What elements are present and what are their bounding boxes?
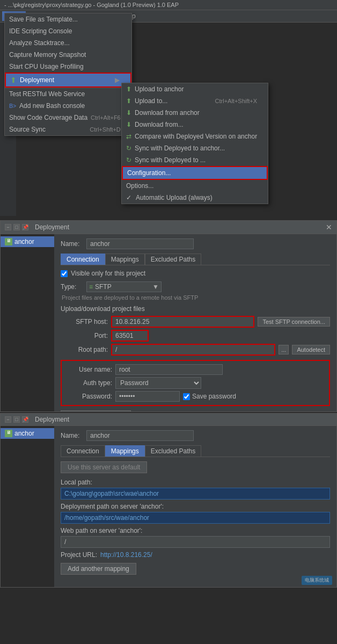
dialog-2-tab-excluded[interactable]: Excluded Paths	[145, 445, 201, 457]
compare-icon: ⇄	[126, 133, 131, 140]
type-value: SFTP	[95, 283, 152, 291]
name-row: Name:	[61, 238, 330, 249]
dialog-1-header: − □ 📌 Deployment ✕	[1, 221, 336, 234]
tools-dropdown-menu: Save File as Template... IDE Scripting C…	[4, 13, 132, 136]
deployment-dialog-1: − □ 📌 Deployment ✕ 🖥 anchor Name: Connec…	[0, 220, 337, 412]
title-bar-text: - ...\pkg\registry\proxy\strategy.go - G…	[4, 2, 179, 8]
password-row: Password: Save password	[65, 391, 326, 402]
pin-button[interactable]: 📌	[22, 224, 28, 230]
name-input[interactable]	[86, 238, 194, 249]
auth-type-select[interactable]: Password Key pair	[115, 377, 201, 389]
save-password-checkbox[interactable]	[183, 393, 190, 400]
sftp-host-input[interactable]	[111, 316, 254, 328]
mappings-panel: Name: Connection Mappings Excluded Paths…	[54, 426, 336, 587]
test-sftp-button[interactable]: Test SFTP connection...	[258, 317, 330, 327]
sidebar-entry-anchor[interactable]: 🖥 anchor	[1, 236, 54, 247]
download-anchor-icon: ⬇	[126, 109, 131, 117]
type-selector[interactable]: ≡ SFTP ▼	[86, 281, 162, 292]
project-url-link[interactable]: http://10.8.216.25/	[100, 551, 152, 559]
server-icon: 🖥	[5, 238, 12, 245]
deployment-dialog-2: − □ 📌 Deployment 🖥 anchor Name: Connecti…	[0, 413, 337, 588]
menu-item-coverage[interactable]: Show Code Coverage Data Ctrl+Alt+F6	[5, 112, 131, 124]
dialog-2-name-input[interactable]	[86, 430, 194, 441]
port-row: Port:	[61, 330, 330, 342]
add-mapping-button[interactable]: Add another mapping	[61, 563, 136, 575]
tab-excluded-paths[interactable]: Excluded Paths	[145, 254, 201, 265]
submenu-auto-upload[interactable]: ✓ Automatic Upload (always)	[122, 192, 268, 204]
menu-item-memory[interactable]: Capture Memory Snapshot	[5, 49, 131, 61]
auth-type-row: Auth type: Password Key pair	[65, 377, 326, 389]
port-input[interactable]	[111, 330, 149, 342]
menu-item-analyze[interactable]: Analyze Stacktrace...	[5, 37, 131, 49]
sftp-host-row: SFTP host: Test SFTP connection...	[61, 316, 330, 328]
username-input[interactable]	[115, 364, 223, 375]
project-url-row: Project URL: http://10.8.216.25/	[61, 551, 330, 559]
root-path-input[interactable]	[111, 344, 275, 356]
dots-button[interactable]: ...	[279, 345, 289, 354]
minimize-button[interactable]: −	[5, 224, 11, 230]
submenu-compare[interactable]: ⇄ Compare with Deployed Version on ancho…	[122, 131, 268, 142]
project-url-label: Project URL:	[61, 551, 97, 559]
sftp-icon: ≡	[89, 283, 93, 291]
menu-item-source-sync[interactable]: Source Sync Ctrl+Shft+D	[5, 124, 131, 135]
dialog-2-minimize-button[interactable]: −	[5, 416, 11, 423]
sync-anchor-icon: ↻	[126, 144, 131, 152]
dialog-2-body: 🖥 anchor Name: Connection Mappings Exclu…	[1, 426, 336, 587]
auth-section: User name: Auth type: Password Key pair …	[61, 360, 330, 406]
menu-item-coverage-label: Show Code Coverage Data	[9, 114, 87, 121]
web-path-input[interactable]	[61, 536, 330, 548]
dialog-2-sidebar-label: anchor	[14, 430, 34, 437]
tab-connection[interactable]: Connection	[61, 254, 105, 265]
submenu-configuration[interactable]: Configuration...	[122, 166, 268, 180]
root-path-label: Root path:	[61, 346, 108, 353]
deployment-submenu: ⬆ Upload to anchor ⬆ Upload to... Ctrl+A…	[121, 83, 268, 204]
submenu-upload-to[interactable]: ⬆ Upload to... Ctrl+Alt+Shift+X	[122, 95, 268, 107]
dialog-2-tab-connection[interactable]: Connection	[61, 445, 105, 457]
web-path-label: Web path on server 'anchor':	[61, 527, 330, 534]
visible-only-label: Visible only for this project	[71, 270, 145, 277]
deploy-path-input[interactable]	[61, 512, 330, 524]
title-bar: - ...\pkg\registry\proxy\strategy.go - G…	[0, 0, 337, 10]
submenu-download-from[interactable]: ⬇ Download from...	[122, 119, 268, 131]
submenu-download-anchor[interactable]: ⬇ Download from anchor	[122, 107, 268, 119]
local-path-section: Local path:	[61, 479, 330, 500]
menu-item-bash-label: Add new Bash console	[19, 102, 85, 110]
web-path-section: Web path on server 'anchor':	[61, 527, 330, 548]
visible-only-checkbox[interactable]	[61, 270, 68, 277]
menu-item-cpu[interactable]: Start CPU Usage Profiling	[5, 61, 131, 73]
auto-upload-check: ✓	[126, 194, 131, 201]
submenu-sync-anchor[interactable]: ↻ Sync with Deployed to anchor...	[122, 142, 268, 154]
dialog-2-pin-button[interactable]: 📌	[22, 416, 28, 423]
upload-anchor-icon: ⬆	[126, 85, 131, 93]
save-password-row: Save password	[183, 393, 236, 400]
tab-mappings[interactable]: Mappings	[105, 254, 145, 265]
menu-item-bash[interactable]: B> Add new Bash console	[5, 100, 131, 112]
menu-item-ide-scripting[interactable]: IDE Scripting Console	[5, 25, 131, 37]
watermark-text: 电脑系统城	[305, 577, 329, 583]
source-sync-shortcut: Ctrl+Shft+D	[90, 126, 120, 133]
bash-icon: B>	[9, 103, 16, 109]
dialog-2-maximize-button[interactable]: □	[13, 416, 20, 423]
dialog-2-tab-mappings[interactable]: Mappings	[105, 445, 145, 457]
submenu-options[interactable]: Options...	[122, 180, 268, 192]
submenu-upload-anchor[interactable]: ⬆ Upload to anchor	[122, 83, 268, 95]
type-dropdown-arrow[interactable]: ▼	[152, 283, 159, 291]
submenu-sync-to[interactable]: ↻ Sync with Deployed to ...	[122, 154, 268, 166]
window-controls: − □ 📌	[5, 224, 28, 230]
maximize-button[interactable]: □	[13, 224, 20, 230]
autodetect-button[interactable]: Autodetect	[292, 345, 330, 354]
dialog-1-body: 🖥 anchor Name: Connection Mappings Exclu…	[1, 234, 336, 411]
root-path-row: Root path: ... Autodetect	[61, 344, 330, 356]
menu-item-save-template[interactable]: Save File as Template...	[5, 13, 131, 25]
use-default-button[interactable]: Use this server as default	[61, 461, 147, 473]
dialog-2-sidebar-entry-anchor[interactable]: 🖥 anchor	[1, 428, 54, 439]
dialog-1-close[interactable]: ✕	[326, 223, 332, 231]
password-input[interactable]	[115, 391, 180, 402]
local-path-input[interactable]	[61, 488, 330, 500]
save-password-label: Save password	[192, 393, 236, 400]
menu-item-deployment[interactable]: ⬆ Deployment ▶	[5, 73, 131, 88]
menu-item-analyze-label: Analyze Stacktrace...	[9, 39, 70, 47]
advanced-options-button[interactable]: Advanced options...	[61, 410, 131, 411]
username-label: User name:	[65, 366, 112, 373]
menu-item-restful[interactable]: Test RESTful Web Service	[5, 88, 131, 100]
